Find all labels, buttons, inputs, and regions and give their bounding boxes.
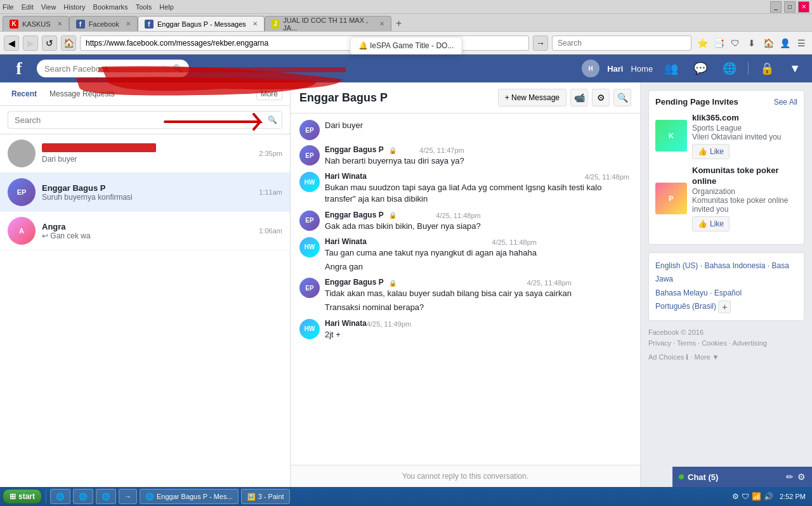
nav-user-avatar[interactable]: H — [582, 60, 599, 77]
cookies-link[interactable]: Cookies — [702, 339, 727, 347]
lang-bahasa-melayu[interactable]: Bahasa Melayu — [655, 289, 708, 297]
bubble-avatar: HW — [299, 319, 320, 339]
taskbar-paint-btn[interactable]: 🖼️ 3 - Paint — [241, 489, 290, 504]
pending-invites-title: Pending Page Invites — [655, 97, 738, 107]
minimize-button[interactable]: _ — [770, 1, 782, 13]
taskbar: ⊞ start 🌐 🌐 🌐 → 🌐 Enggar Bagus P - Mes..… — [0, 487, 812, 506]
forward-button[interactable]: ▶ — [23, 36, 38, 51]
start-button[interactable]: ⊞ start — [3, 489, 42, 504]
nav-messages-icon[interactable]: 💬 — [690, 60, 711, 77]
browser-menu: File Edit View History Bookmarks Tools H… — [3, 3, 174, 11]
bookmark-icon[interactable]: 📑 — [712, 36, 726, 50]
new-message-button[interactable]: + New Message — [498, 89, 566, 107]
network-icon[interactable]: 📶 — [752, 492, 761, 501]
lock-icon: 🔒 — [389, 147, 396, 154]
taskbar-btn-4[interactable]: → — [119, 489, 137, 504]
conversation-area: Enggar Bagus P + New Message 📹 ⚙ 🔍 EP Da… — [291, 82, 641, 487]
shield-icon[interactable]: 🛡 — [728, 36, 742, 50]
chat-compose-icon[interactable]: ✏ — [786, 472, 794, 482]
footer-copyright: Facebook © 2016 — [648, 328, 804, 336]
messages-search-input[interactable] — [8, 111, 282, 129]
lang-espanol[interactable]: Español — [714, 289, 742, 297]
back-button[interactable]: ◀ — [4, 36, 19, 51]
add-language-button[interactable]: + — [718, 301, 731, 313]
lang-english[interactable]: English (US) — [655, 261, 698, 270]
menu-tools[interactable]: Tools — [136, 3, 152, 11]
lang-bahasa-indo[interactable]: Bahasa Indonesia — [704, 261, 765, 270]
lang-portugues[interactable]: Português (Brasil) — [655, 302, 716, 311]
bubble-timestamp: 4/25, 11:48pm — [527, 279, 572, 287]
menu-help[interactable]: Help — [159, 3, 174, 11]
message-sender-name: Angra — [42, 222, 252, 231]
close-button[interactable]: ✕ — [798, 1, 809, 13]
chat-settings-icon[interactable]: ⚙ — [797, 472, 806, 482]
language-options: English (US) · Bahasa Indonesia · Basa J… — [655, 259, 797, 314]
menu-icon[interactable]: ☰ — [794, 36, 808, 50]
taskbar-btn-2[interactable]: 🌐 — [73, 489, 93, 504]
tab-messages[interactable]: f Enggar Bagus P - Messages ✕ — [138, 16, 265, 31]
terms-link[interactable]: Terms — [677, 339, 696, 347]
message-row: HW Hari Winata 4/25, 11:49pm 2jt + — [299, 319, 631, 341]
nav-globe-icon[interactable]: 🌐 — [719, 60, 740, 77]
like-button[interactable]: 👍 Like — [692, 216, 730, 231]
taskbar-btn-3[interactable]: 🌐 — [96, 489, 116, 504]
message-row: EP Enggar Bagus P 🔒 4/25, 11:47pm Nah be… — [299, 145, 631, 167]
nav-home-link[interactable]: Home — [631, 64, 653, 74]
chat-bar[interactable]: Chat (5) ✏ ⚙ — [672, 467, 812, 487]
new-tab-button[interactable]: + — [391, 16, 407, 31]
like-button[interactable]: 👍 Like — [692, 144, 730, 159]
nav-friends-icon[interactable]: 👥 — [660, 60, 682, 77]
tab-close-jual[interactable]: ✕ — [379, 20, 384, 27]
invite-name: Komunitas toke poker online — [692, 165, 797, 187]
download-icon[interactable]: ⬇ — [745, 36, 759, 50]
nav-user-name[interactable]: Hari — [607, 64, 623, 74]
taskbar-messages-btn[interactable]: 🌐 Enggar Bagus P - Mes... — [140, 489, 239, 504]
messages-tab-more[interactable]: More — [256, 88, 282, 100]
home-button[interactable]: 🏠 — [61, 36, 76, 51]
tab-close-kaskus[interactable]: ✕ — [57, 20, 62, 27]
facebook-search-input[interactable] — [37, 60, 189, 77]
more-link[interactable]: More ▼ — [695, 353, 719, 361]
tab-jual[interactable]: J JUAL ID COC TH 11 MAX , JA... ✕ — [265, 16, 391, 31]
list-item[interactable]: A Angra ↩ Gan cek wa 1:06am — [0, 212, 290, 250]
menu-file[interactable]: File — [3, 3, 14, 11]
messages-tab-requests[interactable]: Message Requests — [46, 88, 119, 100]
taskbar-time: 2:52 PM — [776, 493, 809, 500]
reload-button[interactable]: ↺ — [42, 36, 57, 51]
menu-bookmarks[interactable]: Bookmarks — [93, 3, 128, 11]
nav-lock-icon[interactable]: 🔒 — [756, 60, 778, 77]
user-icon[interactable]: 👤 — [778, 36, 792, 50]
list-item[interactable]: Dari buyer 2:35pm — [0, 134, 290, 173]
facebook-main: Recent Message Requests More 🔍 — [0, 82, 812, 487]
browser-home-icon[interactable]: 🏠 — [761, 36, 775, 50]
messages-tab-recent[interactable]: Recent — [8, 88, 41, 100]
video-call-button[interactable]: 📹 — [570, 89, 588, 107]
see-all-link[interactable]: See All — [774, 98, 797, 107]
browser-search-input[interactable] — [552, 36, 691, 51]
tab-close-messages[interactable]: ✕ — [252, 20, 258, 27]
advertising-link[interactable]: Advertising — [732, 339, 766, 347]
restore-button[interactable]: □ — [784, 1, 796, 13]
tab-facebook[interactable]: f Facebook ✕ — [69, 16, 138, 31]
bookmark-star-icon[interactable]: ⭐ — [695, 36, 709, 50]
settings-button[interactable]: ⚙ — [592, 89, 610, 107]
go-button[interactable]: → — [533, 36, 548, 51]
list-item[interactable]: EP Enggar Bagus P Suruh buyernya konfirm… — [0, 173, 290, 212]
facebook-logo[interactable]: f — [8, 58, 30, 79]
privacy-link[interactable]: Privacy — [648, 339, 671, 347]
nav-dropdown-icon[interactable]: ▼ — [785, 61, 804, 77]
volume-icon[interactable]: 🔊 — [764, 492, 773, 501]
steam-icon[interactable]: ⚙ — [732, 492, 739, 501]
tab-kaskus[interactable]: K KASKUS ✕ — [3, 16, 69, 31]
tab-close-facebook[interactable]: ✕ — [126, 20, 131, 27]
start-label: start — [18, 492, 35, 501]
search-conv-button[interactable]: 🔍 — [613, 89, 631, 107]
antivirus-icon[interactable]: 🛡 — [742, 492, 749, 501]
menu-view[interactable]: View — [41, 3, 56, 11]
ad-choices-link[interactable]: Ad Choices — [648, 353, 684, 361]
browser-tabs: K KASKUS ✕ f Facebook ✕ f Enggar Bagus P… — [0, 14, 812, 32]
taskbar-browser-icon[interactable]: 🌐 — [50, 489, 70, 504]
menu-edit[interactable]: Edit — [22, 3, 34, 11]
like-icon: 👍 — [698, 219, 707, 228]
menu-history[interactable]: History — [63, 3, 85, 11]
